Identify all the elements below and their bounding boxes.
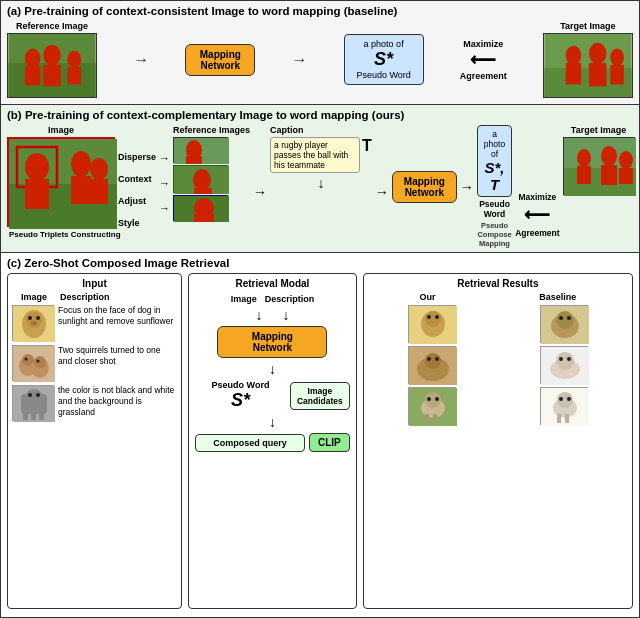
s-star-c: S* (231, 390, 250, 411)
photo-of-b: a photo of (484, 129, 505, 159)
image-col-label-b: Image (48, 125, 74, 135)
svg-point-2 (25, 49, 41, 68)
svg-rect-7 (68, 67, 82, 84)
agreement-label-b: Agreement (515, 228, 559, 238)
svg-point-82 (567, 357, 571, 361)
agreement-label-a: Agreement (460, 71, 507, 81)
triplet-label: Pseudo Triplets Constructing (9, 230, 121, 239)
svg-point-10 (566, 46, 582, 65)
mapping-network-box-a: MappingNetwork (185, 44, 255, 76)
mapping-network-label-a: MappingNetwork (200, 49, 241, 71)
ref-image-placeholder-a (7, 33, 97, 98)
section-a-content: Reference Image → (7, 21, 633, 98)
svg-point-76 (427, 357, 431, 361)
disperse-col: Disperse Context Adjust Style (118, 143, 156, 233)
disperse-label: Disperse (118, 152, 156, 162)
mapping-network-box-c: MappingNetwork (217, 326, 327, 358)
modal-panel: Retrieval Modal Image Description ↓ ↓ Ma… (188, 273, 357, 609)
pseudo-word-label-b: Pseudo Word (479, 199, 510, 219)
baseline-result-svg-3 (541, 388, 589, 426)
arrow-a-2: → (291, 51, 307, 69)
svg-point-45 (28, 316, 32, 320)
image-col-header: Image (12, 292, 56, 302)
input-col-headers: Image Description (12, 292, 177, 302)
svg-rect-89 (433, 414, 437, 423)
s-star-a: S* (353, 49, 415, 70)
svg-point-23 (90, 158, 108, 180)
svg-point-93 (559, 397, 563, 401)
modal-row-labels: Image Description (231, 294, 315, 304)
svg-point-94 (567, 397, 571, 401)
section-b-content: Image Pseudo Triplets Constru (7, 125, 633, 248)
big-rugby-image: Pseudo Triplets Constructing (7, 137, 115, 227)
svg-point-65 (425, 311, 441, 327)
svg-rect-3 (25, 66, 41, 85)
squirrel-svg (13, 346, 55, 382)
dbl-arrow-a: ⟵ (470, 49, 496, 71)
svg-rect-27 (186, 156, 202, 164)
our-result-1 (408, 305, 456, 343)
section-c-title: (c) Zero-Shot Composed Image Retrieval (7, 257, 633, 269)
desc-2: Two squirrels turned to one and closer s… (58, 345, 177, 367)
modal-pw-ic-row: Pseudo Word S* ImageCandidates (195, 380, 350, 411)
composed-query-box: Composed query (195, 434, 305, 452)
target-rugby-svg-b (564, 138, 636, 196)
svg-point-80 (556, 352, 574, 370)
baseline-result-svg-1 (541, 306, 589, 344)
baseline-result-2 (540, 346, 588, 384)
ref-image-label-a: Reference Image (16, 21, 88, 31)
svg-point-12 (589, 43, 606, 64)
ref-img-bot (173, 195, 228, 221)
svg-point-87 (435, 397, 439, 401)
pseudo-word-box-b: a photo of S*, T (477, 125, 512, 197)
svg-rect-20 (25, 179, 49, 209)
results-row-3 (368, 387, 628, 425)
pseudo-triplet-group: Image Pseudo Triplets Constru (7, 125, 115, 227)
mapping-network-label-c: MappingNetwork (252, 331, 293, 353)
target-label-b: Target Image (571, 125, 626, 135)
arrow-ctx: → (159, 177, 170, 189)
target-rugby-svg (544, 34, 632, 97)
caption-text-box: a rugby player passes the ball with his … (270, 137, 360, 173)
input-panel: Input Image Description (7, 273, 182, 609)
modal-image-label: Image (231, 294, 257, 304)
pseudo-word-box-a: a photo of S* Pseudo Word (344, 34, 424, 85)
svg-rect-88 (425, 414, 429, 423)
target-image-a: Target Image (543, 21, 633, 98)
svg-rect-13 (589, 63, 606, 86)
svg-point-36 (577, 149, 591, 167)
cow-img (12, 385, 54, 421)
svg-point-53 (25, 358, 28, 361)
svg-point-70 (556, 311, 574, 329)
svg-rect-11 (566, 63, 582, 84)
maximize-label-a: Maximize (463, 39, 503, 49)
svg-point-44 (26, 312, 42, 328)
our-result-svg-2 (409, 347, 457, 385)
composed-clip-row: Composed query CLIP (195, 433, 350, 452)
maximize-agreement-a: Maximize ⟵ Agreement (460, 39, 507, 81)
svg-point-38 (601, 146, 617, 166)
input-panel-title: Input (12, 278, 177, 289)
results-headers: Our Baseline (368, 292, 628, 302)
svg-rect-24 (90, 179, 108, 204)
context-label: Context (118, 174, 156, 184)
svg-point-29 (193, 169, 211, 191)
caption-col-label: Caption (270, 125, 372, 135)
svg-point-52 (34, 356, 46, 368)
arrow-disp: → (159, 152, 170, 164)
arrow-adj: → (159, 202, 170, 214)
caption-col: Caption a rugby player passes the ball w… (270, 125, 372, 191)
svg-point-46 (36, 316, 40, 320)
svg-point-59 (36, 393, 40, 397)
baseline-result-svg-2 (541, 347, 589, 385)
section-a: (a) Pre-training of context-consistent I… (1, 1, 639, 105)
ref-svg-1 (174, 138, 229, 164)
cow-svg (13, 386, 55, 422)
modal-arrow-3: ↓ (269, 361, 276, 377)
photo-of-label-a: a photo of (353, 39, 415, 49)
arrow-agree-b: ⟵ (524, 204, 550, 226)
maximize-agreement-b: Maximize ⟵ Agreement (515, 192, 559, 238)
baseline-result-3 (540, 387, 588, 425)
svg-rect-22 (71, 176, 91, 204)
arrow-b-map: → (375, 184, 389, 200)
